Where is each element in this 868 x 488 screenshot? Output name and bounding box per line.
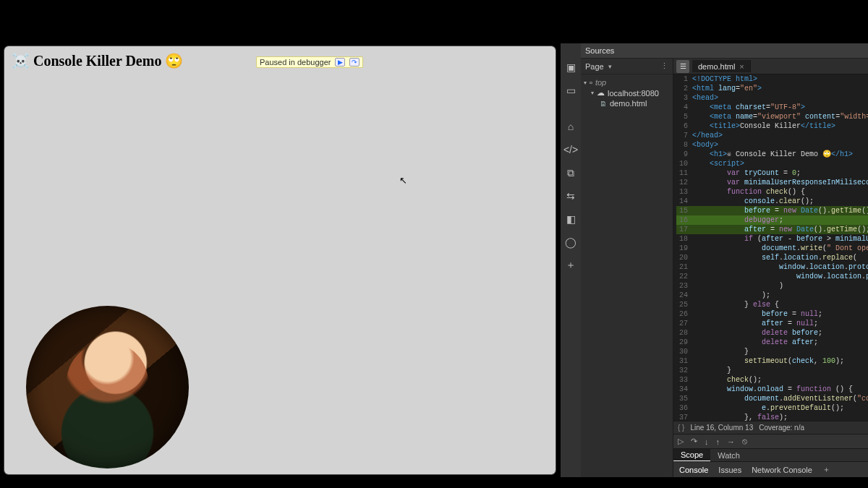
scope-tab[interactable]: Scope	[673, 449, 710, 462]
navigator-menu-icon[interactable]: ⋮	[660, 61, 668, 71]
code-line[interactable]: 32 }	[676, 366, 868, 375]
drawer-console-tab[interactable]: Console	[679, 466, 708, 474]
coverage-status: Coverage: n/a	[759, 424, 804, 432]
inspect-icon[interactable]: ▣	[564, 61, 577, 74]
code-line[interactable]: 26 before = null;	[676, 309, 868, 319]
navigator-dropdown[interactable]: Page ▾ ⋮	[581, 59, 673, 74]
pretty-print-icon[interactable]: { }	[678, 424, 684, 432]
toggle-navigator-button[interactable]: ☰	[676, 60, 689, 73]
code-line[interactable]: 6 <title>Console Killer</title>	[676, 121, 868, 131]
sources-navigator: Page ▾ ⋮ ▾ ▫ top ▾ ☁ localhost:	[581, 59, 673, 477]
code-line[interactable]: 21 window.location.protocol + window	[676, 262, 868, 272]
code-line[interactable]: 24 );	[676, 291, 868, 300]
code-line[interactable]: 35 document.addEventListener("contextmen…	[676, 394, 868, 403]
source-editor: ☰ demo.html × 1<!DOCTYPE html>2<html lan…	[673, 59, 868, 477]
code-line[interactable]: 2<html lang="en">	[676, 84, 868, 93]
expand-icon: ▾	[591, 90, 594, 96]
code-line[interactable]: 18 if (after - before > minimalUserRespo…	[676, 234, 868, 244]
more-tools-icon[interactable]: ＋	[564, 259, 577, 272]
tree-top[interactable]: ▾ ▫ top	[584, 77, 670, 87]
code-line[interactable]: 23 )	[676, 281, 868, 291]
code-line[interactable]: 36 e.preventDefault();	[676, 403, 868, 413]
close-tab-icon[interactable]: ×	[739, 62, 744, 71]
elements-icon[interactable]: </>	[564, 143, 577, 156]
code-line[interactable]: 27 after = null;	[676, 319, 868, 328]
step-over-icon[interactable]: ↷	[691, 437, 697, 446]
welcome-icon[interactable]: ⌂	[564, 120, 577, 133]
network-icon[interactable]: ⇆	[564, 189, 577, 202]
code-line[interactable]: 12 var minimalUserResponseInMiliseconds …	[676, 178, 868, 187]
editor-tab-demo[interactable]: demo.html ×	[692, 60, 751, 72]
application-icon[interactable]: ◧	[564, 213, 577, 226]
rendered-webpage: ☠️ Console Killer Demo 🙄 Paused in debug…	[4, 46, 556, 474]
code-line[interactable]: 10 <script>	[676, 159, 868, 168]
devtools-header: Sources ✕	[581, 43, 868, 59]
sources-icon[interactable]: ⧉	[564, 166, 577, 179]
code-line[interactable]: 34 window.onload = function () {	[676, 385, 868, 394]
code-line[interactable]: 11 var tryCount = 0;	[676, 168, 868, 178]
file-icon: 🗎	[600, 100, 607, 108]
scope-watch-tabs: Scope Watch	[673, 448, 868, 461]
expand-icon: ▾	[584, 80, 587, 86]
drawer-network-console-tab[interactable]: Network Console	[752, 466, 812, 474]
file-tree: ▾ ▫ top ▾ ☁ localhost:8080 🗎 demo.html	[581, 74, 673, 111]
code-line[interactable]: 5 <meta name="viewport" content="width=d…	[676, 112, 868, 121]
code-line[interactable]: 13 function check() {	[676, 187, 868, 197]
debugger-toolbar: ▷ ↷ ↓ ↑ → ⦸	[673, 434, 868, 448]
chevron-down-icon: ▾	[608, 63, 612, 70]
code-line[interactable]: 19 document.write(" Dont open Developer	[676, 244, 868, 253]
code-line[interactable]: 1<!DOCTYPE html>	[676, 74, 868, 84]
code-line[interactable]: 25 } else {	[676, 300, 868, 309]
drawer-issues-tab[interactable]: Issues	[718, 466, 741, 474]
cloud-icon: ☁	[597, 88, 605, 98]
step-into-icon[interactable]: ↓	[705, 437, 709, 446]
tree-host-label: localhost:8080	[608, 89, 659, 98]
code-line[interactable]: 37 }, false);	[676, 413, 868, 421]
tree-file[interactable]: 🗎 demo.html	[584, 98, 670, 108]
devtools-activity-bar: ▣ ▭ ⌂ </> ⧉ ⇆ ◧ ◯ ＋	[561, 43, 581, 477]
step-out-icon[interactable]: ↑	[716, 437, 720, 446]
tree-top-label: top	[595, 78, 606, 87]
editor-status-bar: { } Line 16, Column 13 Coverage: n/a ⊘	[673, 421, 868, 434]
devtools-panel: ▣ ▭ ⌂ </> ⧉ ⇆ ◧ ◯ ＋ Sources ✕ Page ▾ ⋮	[560, 43, 868, 477]
code-line[interactable]: 22 window.location.protocol.leng	[676, 272, 868, 281]
code-line[interactable]: 15 before = new Date().getTime();	[676, 206, 868, 215]
editor-tab-label: demo.html	[698, 62, 735, 71]
code-line[interactable]: 20 self.location.replace(	[676, 253, 868, 262]
navigator-dropdown-label: Page	[585, 62, 604, 71]
paused-in-debugger-badge: Paused in debugger ▶ ↷	[256, 56, 363, 68]
panel-title: Sources	[585, 46, 614, 55]
code-line[interactable]: 16 debugger;	[676, 215, 868, 225]
code-line[interactable]: 33 check();	[676, 375, 868, 385]
step-over-button[interactable]: ↷	[349, 58, 359, 67]
watch-tab[interactable]: Watch	[710, 450, 747, 461]
code-line[interactable]: 28 delete before;	[676, 328, 868, 338]
code-line[interactable]: 3<head>	[676, 93, 868, 103]
code-line[interactable]: 4 <meta charset="UTF-8">	[676, 103, 868, 112]
tree-file-label: demo.html	[610, 99, 647, 108]
tree-host[interactable]: ▾ ☁ localhost:8080	[584, 87, 670, 98]
window-icon: ▫	[590, 78, 592, 87]
drawer-add-tab-icon[interactable]: ＋	[822, 464, 830, 475]
deactivate-breakpoints-icon[interactable]: ⦸	[742, 437, 747, 446]
code-line[interactable]: 7</head>	[676, 131, 868, 140]
mouse-cursor-icon: ↖	[399, 175, 407, 185]
editor-tabstrip: ☰ demo.html ×	[673, 59, 868, 74]
paused-label: Paused in debugger	[260, 58, 331, 67]
step-icon[interactable]: →	[727, 437, 735, 446]
code-line[interactable]: 31 setTimeout(check, 100);	[676, 356, 868, 366]
code-line[interactable]: 8<body>	[676, 140, 868, 150]
cursor-position: Line 16, Column 13	[690, 424, 753, 432]
code-line[interactable]: 30 }	[676, 347, 868, 356]
code-line[interactable]: 29 delete after;	[676, 338, 868, 347]
resume-icon[interactable]: ▷	[678, 437, 684, 446]
device-icon[interactable]: ▭	[564, 84, 577, 97]
code-line[interactable]: 9 <h1>☠ Console Killer Demo 🙄</h1>	[676, 150, 868, 159]
code-viewport[interactable]: 1<!DOCTYPE html>2<html lang="en">3<head>…	[673, 74, 868, 421]
memory-icon[interactable]: ◯	[564, 236, 577, 249]
code-line[interactable]: 14 console.clear();	[676, 197, 868, 206]
presenter-webcam-overlay	[26, 306, 189, 468]
devtools-drawer: Console Issues Network Console ＋ ⊘ ⚙ ✕	[673, 461, 868, 477]
code-line[interactable]: 17 after = new Date().getTime();	[676, 225, 868, 234]
resume-button[interactable]: ▶	[335, 58, 345, 67]
